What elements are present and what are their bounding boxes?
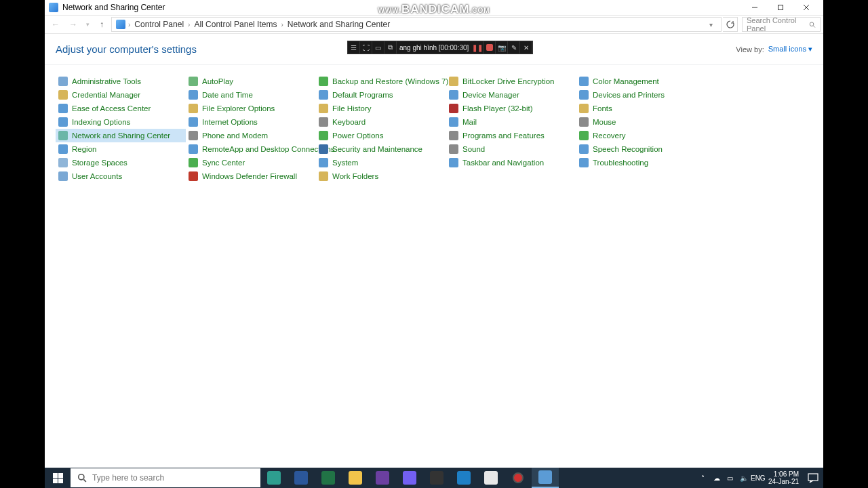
breadcrumb[interactable]: › Control Panel › All Control Panel Item… <box>111 17 722 32</box>
refresh-button[interactable] <box>723 17 738 32</box>
draw-button[interactable]: ✎ <box>508 41 520 54</box>
control-panel-item[interactable]: Indexing Options <box>56 115 186 129</box>
items-column: Color ManagementDevices and PrintersFont… <box>576 75 707 169</box>
item-label: Color Management <box>593 77 659 85</box>
taskbar-app-media[interactable] <box>369 468 396 488</box>
recorder-toolbar[interactable]: ☰ ⛶ ▭ ⧉ ang ghi hình [00:00:30] ❚❚ 📷 ✎ ✕ <box>347 41 533 54</box>
taskbar-app-terminal[interactable] <box>423 468 450 488</box>
control-panel-item[interactable]: Ease of Access Center <box>56 102 186 115</box>
control-panel-item[interactable]: Devices and Printers <box>576 88 707 102</box>
taskbar-app-controlpanel[interactable] <box>532 468 559 488</box>
control-panel-item[interactable]: Device Manager <box>446 88 576 102</box>
item-label: Keyboard <box>332 118 366 126</box>
control-panel-item[interactable]: Administrative Tools <box>56 75 186 88</box>
volume-icon[interactable]: 🔈 <box>737 474 751 482</box>
tray-overflow[interactable]: ˄ <box>696 474 710 482</box>
control-panel-item[interactable]: Color Management <box>576 75 707 88</box>
item-icon <box>319 144 328 154</box>
control-panel-item[interactable]: Internet Options <box>186 115 316 129</box>
crumb-current[interactable]: Network and Sharing Center <box>286 20 391 29</box>
control-panel-item[interactable]: Sound <box>446 142 576 156</box>
control-panel-item[interactable]: Power Options <box>316 129 446 142</box>
control-panel-item[interactable]: Phone and Modem <box>186 129 316 142</box>
screenshot-button[interactable]: 📷 <box>496 41 508 54</box>
control-panel-item[interactable]: Mail <box>446 115 576 129</box>
fullscreen-icon[interactable]: ⛶ <box>360 41 372 54</box>
control-panel-item[interactable]: Troubleshooting <box>576 156 707 169</box>
taskbar-app-ie[interactable] <box>450 468 477 488</box>
control-panel-item[interactable]: Credential Manager <box>56 88 186 102</box>
up-button[interactable]: ↑ <box>94 16 110 33</box>
language-indicator[interactable]: ENG <box>751 474 764 482</box>
control-panel-item[interactable]: Taskbar and Navigation <box>446 156 576 169</box>
item-label: Mail <box>462 118 477 126</box>
taskbar-app-viber[interactable] <box>396 468 423 488</box>
taskbar-app-edge[interactable] <box>260 468 288 488</box>
svg-point-4 <box>810 22 814 26</box>
control-panel-item[interactable]: Sync Center <box>186 156 316 169</box>
control-panel-item[interactable]: Region <box>56 142 186 156</box>
control-panel-item[interactable]: Network and Sharing Center <box>56 129 186 142</box>
clock[interactable]: 1:06 PM 24-Jan-21 <box>764 470 803 485</box>
taskbar-app-record[interactable] <box>505 468 532 488</box>
start-button[interactable] <box>45 468 71 488</box>
control-panel-item[interactable]: Recovery <box>576 129 707 142</box>
close-button[interactable] <box>793 0 819 15</box>
svg-point-6 <box>79 474 84 480</box>
onedrive-icon[interactable]: ☁ <box>710 474 724 482</box>
taskbar-app-explorer[interactable] <box>342 468 369 488</box>
control-panel-item[interactable]: User Accounts <box>56 169 186 183</box>
control-panel-item[interactable]: Storage Spaces <box>56 156 186 169</box>
viber-icon <box>403 471 416 485</box>
control-panel-item[interactable]: AutoPlay <box>186 75 316 88</box>
crumb-control-panel[interactable]: Control Panel <box>133 20 185 29</box>
control-panel-item[interactable]: Keyboard <box>316 115 446 129</box>
minimize-button[interactable] <box>742 0 768 15</box>
control-panel-item[interactable]: Work Folders <box>316 169 446 183</box>
control-panel-item[interactable]: Backup and Restore (Windows 7) <box>316 75 446 88</box>
item-icon <box>579 144 589 154</box>
svg-rect-8 <box>808 474 818 481</box>
item-icon <box>189 117 198 127</box>
control-panel-item[interactable]: Programs and Features <box>446 129 576 142</box>
stop-button[interactable] <box>484 41 496 54</box>
taskbar-app-chat[interactable] <box>477 468 505 488</box>
control-panel-item[interactable]: Flash Player (32-bit) <box>446 102 576 115</box>
maximize-button[interactable] <box>768 0 793 15</box>
viewby-dropdown[interactable]: Small icons ▾ <box>768 45 812 54</box>
taskbar-app-excel[interactable] <box>315 468 342 488</box>
control-panel-item[interactable]: Security and Maintenance <box>316 142 446 156</box>
menu-icon[interactable]: ☰ <box>348 41 360 54</box>
control-panel-item[interactable]: Fonts <box>576 102 707 115</box>
item-icon <box>319 104 328 113</box>
control-panel-item[interactable]: Date and Time <box>186 88 316 102</box>
terminal-icon <box>430 471 443 485</box>
control-panel-item[interactable]: File Explorer Options <box>186 102 316 115</box>
control-panel-item[interactable]: File History <box>316 102 446 115</box>
battery-icon[interactable]: ▭ <box>724 474 737 482</box>
taskbar-search[interactable]: Type here to search <box>71 468 260 487</box>
control-panel-item[interactable]: Default Programs <box>316 88 446 102</box>
item-icon <box>579 117 589 127</box>
control-panel-item[interactable]: Speech Recognition <box>576 142 707 156</box>
back-button[interactable]: ← <box>47 16 64 33</box>
control-panel-item[interactable]: Mouse <box>576 115 707 129</box>
forward-button[interactable]: → <box>65 16 81 33</box>
crumb-all-items[interactable]: All Control Panel Items <box>193 20 278 29</box>
history-dropdown[interactable]: ▾ <box>705 21 717 28</box>
recent-dropdown[interactable]: ▾ <box>83 16 92 33</box>
crop-icon[interactable]: ⧉ <box>384 41 397 54</box>
rect-icon[interactable]: ▭ <box>372 41 384 54</box>
search-input[interactable]: Search Control Panel <box>742 17 821 32</box>
control-panel-item[interactable]: System <box>316 156 446 169</box>
control-panel-item[interactable]: Windows Defender Firewall <box>186 169 316 183</box>
pause-button[interactable]: ❚❚ <box>471 41 484 54</box>
notifications-button[interactable] <box>803 468 823 488</box>
control-panel-item[interactable]: BitLocker Drive Encryption <box>446 75 576 88</box>
taskbar-app-word[interactable] <box>288 468 315 488</box>
item-label: Flash Player (32-bit) <box>462 104 533 113</box>
control-panel-item[interactable]: RemoteApp and Desktop Connections <box>186 142 316 156</box>
item-icon <box>58 171 68 181</box>
item-label: Devices and Printers <box>593 91 665 99</box>
close-recorder[interactable]: ✕ <box>520 41 532 54</box>
